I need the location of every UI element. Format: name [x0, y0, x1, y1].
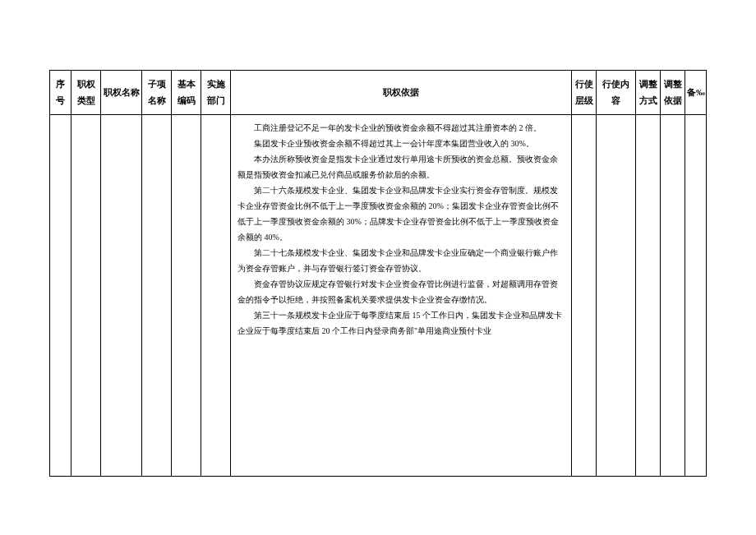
cell-level [572, 115, 597, 477]
header-type: 职权类型 [71, 71, 101, 115]
cell-type [71, 115, 101, 477]
header-adjbasis: 调整依据 [661, 71, 685, 115]
header-seq: 序号 [50, 71, 71, 115]
header-row: 序号 职权类型 职权名称 子项名称 基本编码 实施部门 职权依据 行使层级 行使… [50, 71, 707, 115]
basis-paragraph: 第二十六条规模发卡企业、集团发卡企业和品牌发卡企业实行资金存管制度。规模发卡企业… [237, 182, 565, 245]
basis-paragraph: 集团发卡企业预收资金余额不得超过其上一会计年度本集团营业收入的 30%。 [237, 136, 565, 151]
table-row: 工商注册登记不足一年的发卡企业的预收资金余额不得超过其注册资本的 2 倍。 集团… [50, 115, 707, 477]
header-adjmethod: 调整方式 [636, 71, 661, 115]
basis-paragraph: 资金存管协议应规定存管银行对发卡企业资金存管比例进行监督，对超额调用存管资金的指… [237, 276, 565, 307]
cell-basis: 工商注册登记不足一年的发卡企业的预收资金余额不得超过其注册资本的 2 倍。 集团… [231, 115, 572, 477]
cell-remark [685, 115, 707, 477]
header-content: 行使内容 [597, 71, 636, 115]
cell-dept [201, 115, 231, 477]
header-name: 职权名称 [101, 71, 142, 115]
header-subitem: 子项名称 [142, 71, 172, 115]
basis-paragraph: 工商注册登记不足一年的发卡企业的预收资金余额不得超过其注册资本的 2 倍。 [237, 120, 565, 136]
header-remark: 备‰ [685, 71, 707, 115]
cell-seq [50, 115, 71, 477]
cell-adjmethod [636, 115, 661, 477]
header-level: 行使层级 [572, 71, 597, 115]
header-basis: 职权依据 [231, 71, 572, 115]
cell-subitem [142, 115, 172, 477]
basis-paragraph: 本办法所称预收资金是指发卡企业通过发行单用途卡所预收的资金总额。预收资金余额是指… [237, 151, 565, 182]
cell-adjbasis [661, 115, 685, 477]
header-dept: 实施部门 [201, 71, 231, 115]
basis-paragraph: 第三十一条规模发卡企业应于每季度结束后 15 个工作日内，集团发卡企业和品牌发卡… [237, 307, 565, 339]
header-code: 基本编码 [172, 71, 201, 115]
basis-paragraph: 第二十七条规模发卡企业、集团发卡企业和品牌发卡企业应确定一个商业银行账户作为资金… [237, 245, 565, 276]
cell-code [172, 115, 201, 477]
authority-table: 序号 职权类型 职权名称 子项名称 基本编码 实施部门 职权依据 行使层级 行使… [49, 70, 707, 477]
cell-content [597, 115, 636, 477]
cell-name [101, 115, 142, 477]
